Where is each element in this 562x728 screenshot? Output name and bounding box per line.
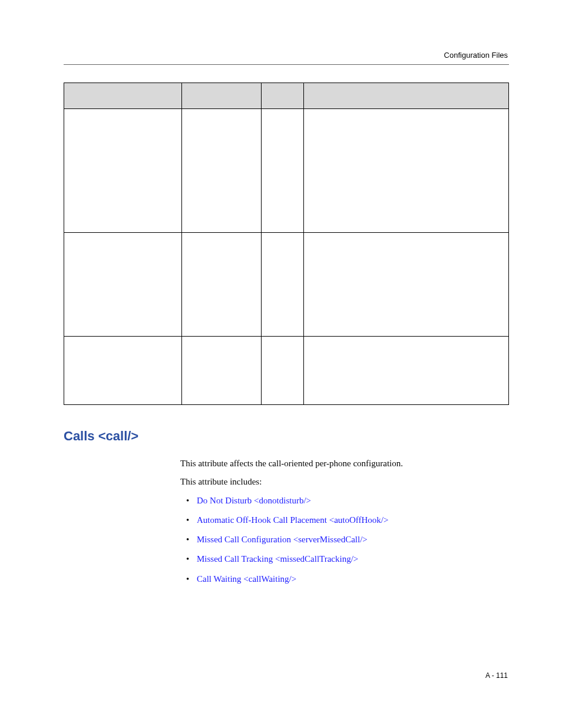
cell [182, 233, 262, 337]
xref-link[interactable]: Missed Call Configuration <serverMissedC… [197, 535, 368, 544]
cell [64, 233, 182, 337]
cell [182, 337, 262, 405]
intro-paragraph-1: This attribute affects the call-oriented… [180, 457, 509, 470]
page-number: A - 111 [485, 671, 508, 680]
table-row [64, 233, 509, 337]
th-attribute [64, 83, 182, 109]
cell [64, 337, 182, 405]
xref-link[interactable]: Missed Call Tracking <missedCallTracking… [197, 554, 358, 564]
xref-link[interactable]: Do Not Disturb <donotdisturb/> [197, 496, 311, 505]
cell [262, 109, 304, 233]
table-header-row [64, 83, 509, 109]
cell [182, 109, 262, 233]
config-table [64, 83, 509, 405]
cell [64, 109, 182, 233]
section-heading: Calls <call/> [64, 429, 509, 444]
list-item: Missed Call Tracking <missedCallTracking… [180, 552, 509, 566]
running-head: Configuration Files [64, 51, 509, 60]
list-item: Do Not Disturb <donotdisturb/> [180, 494, 509, 508]
th-permitted [182, 83, 262, 109]
th-default [262, 83, 304, 109]
table-row [64, 337, 509, 405]
intro-paragraph-2: This attribute includes: [180, 475, 509, 489]
body-text: This attribute affects the call-oriented… [180, 457, 509, 586]
list-item: Call Waiting <callWaiting/> [180, 572, 509, 586]
cell [304, 109, 509, 233]
page-container: Configuration Files [0, 0, 562, 586]
list-item: Missed Call Configuration <serverMissedC… [180, 533, 509, 546]
list-item: Automatic Off-Hook Call Placement <autoO… [180, 513, 509, 527]
table-row [64, 109, 509, 233]
cell [304, 233, 509, 337]
link-list: Do Not Disturb <donotdisturb/> Automatic… [180, 494, 509, 586]
xref-link[interactable]: Call Waiting <callWaiting/> [197, 574, 296, 584]
cell [304, 337, 509, 405]
th-interpretation [304, 83, 509, 109]
header-rule [64, 64, 509, 65]
cell [262, 233, 304, 337]
xref-link[interactable]: Automatic Off-Hook Call Placement <autoO… [197, 515, 388, 525]
cell [262, 337, 304, 405]
